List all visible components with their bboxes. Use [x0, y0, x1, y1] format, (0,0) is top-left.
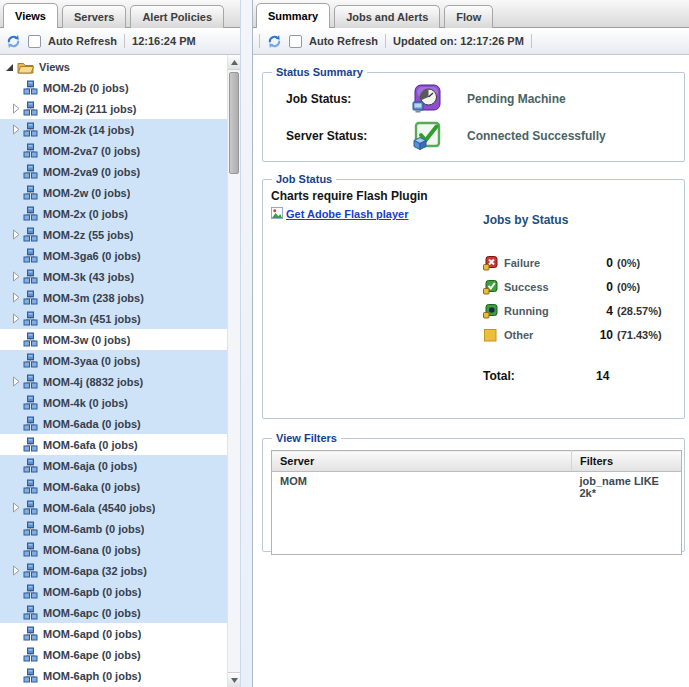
status-legend-row: Failure0(0%) — [483, 251, 676, 275]
tree-item[interactable]: MOM-3m (238 jobs) — [0, 287, 227, 308]
expand-arrow-icon[interactable] — [8, 565, 23, 576]
tree-item[interactable]: MOM-6apb (0 jobs) — [0, 581, 227, 602]
view-node-icon — [23, 563, 38, 578]
expand-arrow-icon[interactable] — [8, 124, 23, 135]
auto-refresh-checkbox[interactable] — [289, 35, 302, 48]
view-filters-row[interactable]: MOMjob_name LIKE 2k* — [272, 472, 682, 503]
tree-item[interactable]: MOM-2b (0 jobs) — [0, 77, 227, 98]
expand-arrow-icon[interactable] — [8, 292, 23, 303]
tree-item-label: MOM-6apc (0 jobs) — [43, 607, 141, 619]
tree-item[interactable]: MOM-6apd (0 jobs) — [0, 623, 227, 644]
tree-item-label: MOM-6ana (0 jobs) — [43, 544, 141, 556]
failure-status-icon — [483, 256, 498, 271]
tree-item[interactable]: MOM-4k (0 jobs) — [0, 392, 227, 413]
job-status-section: Job Status Charts require Flash Plugin — [262, 173, 685, 419]
scrollbar-thumb[interactable] — [229, 72, 239, 174]
tree-item-label: MOM-6ada (0 jobs) — [43, 418, 141, 430]
tree-item[interactable]: MOM-6aja (0 jobs) — [0, 455, 227, 476]
tree-item[interactable]: MOM-3ga6 (0 jobs) — [0, 245, 227, 266]
tree-item-label: MOM-3w (0 jobs) — [43, 334, 130, 346]
tree-item[interactable]: MOM-3n (451 jobs) — [0, 308, 227, 329]
tab-flow[interactable]: Flow — [444, 5, 493, 28]
tree-item[interactable]: MOM-6ada (0 jobs) — [0, 413, 227, 434]
tree-item[interactable]: MOM-2w (0 jobs) — [0, 182, 227, 203]
tree-item[interactable]: MOM-6aph (0 jobs) — [0, 665, 227, 686]
open-folder-icon — [17, 60, 34, 74]
auto-refresh-checkbox[interactable] — [28, 35, 41, 48]
view-filters-header-filters[interactable]: Filters — [572, 451, 682, 472]
status-percent: (0%) — [617, 281, 640, 293]
tree-item-label: MOM-4k (0 jobs) — [43, 397, 128, 409]
view-filters-header-server[interactable]: Server — [272, 451, 572, 472]
expand-arrow-icon[interactable] — [8, 103, 23, 114]
tree-item[interactable]: MOM-2x (0 jobs) — [0, 203, 227, 224]
view-node-icon — [23, 584, 38, 599]
tab-summary[interactable]: Summary — [256, 3, 330, 28]
expand-arrow-icon[interactable] — [8, 229, 23, 240]
tree-item[interactable]: MOM-4j (8832 jobs) — [0, 371, 227, 392]
tree-item[interactable]: MOM-6apa (32 jobs) — [0, 560, 227, 581]
tree-item[interactable]: MOM-2z (55 jobs) — [0, 224, 227, 245]
tree-item[interactable]: MOM-6ala (4540 jobs) — [0, 497, 227, 518]
view-node-icon — [23, 311, 38, 326]
view-node-icon — [23, 185, 38, 200]
view-node-icon — [23, 500, 38, 515]
tree-item[interactable]: MOM-2j (211 jobs) — [0, 98, 227, 119]
job-status-row: Job Status: Pending Ma — [271, 80, 676, 117]
scroll-up-icon[interactable] — [228, 55, 240, 70]
expand-arrow-icon[interactable] — [8, 313, 23, 324]
get-flash-player-link[interactable]: Get Adobe Flash player — [286, 208, 408, 220]
expand-arrow-icon[interactable] — [8, 271, 23, 282]
scroll-down-icon[interactable] — [228, 672, 240, 687]
status-legend-row: Other10(71.43%) — [483, 323, 676, 347]
tree-item-label: MOM-2va7 (0 jobs) — [43, 145, 140, 157]
tree-item-label: MOM-2j (211 jobs) — [43, 103, 137, 115]
refresh-icon[interactable] — [267, 34, 282, 49]
tree-item[interactable]: MOM-2va9 (0 jobs) — [0, 161, 227, 182]
view-node-icon — [23, 269, 38, 284]
view-node-icon — [23, 479, 38, 494]
expand-arrow-icon[interactable] — [8, 502, 23, 513]
view-node-icon — [23, 542, 38, 557]
success-status-icon — [483, 280, 498, 295]
tree-item[interactable]: MOM-6amb (0 jobs) — [0, 518, 227, 539]
tree-item[interactable]: MOM-2va7 (0 jobs) — [0, 140, 227, 161]
status-count: 0 — [596, 280, 613, 294]
tab-alert-policies[interactable]: Alert Policies — [130, 5, 224, 28]
view-node-icon — [23, 122, 38, 137]
tree-root-views[interactable]: Views — [0, 56, 227, 77]
tree-scrollbar[interactable] — [227, 55, 240, 687]
total-label: Total: — [483, 369, 596, 383]
tab-servers[interactable]: Servers — [62, 5, 126, 28]
view-filters-cell: MOM — [272, 472, 572, 503]
view-node-icon — [23, 353, 38, 368]
tree-item[interactable]: MOM-6ana (0 jobs) — [0, 539, 227, 560]
status-legend-label: Success — [504, 281, 596, 293]
tree-item-label: MOM-6amb (0 jobs) — [43, 523, 144, 535]
tree-item[interactable]: MOM-6afa (0 jobs) — [0, 434, 227, 455]
total-value: 14 — [596, 369, 609, 383]
tree-item[interactable]: MOM-6ape (0 jobs) — [0, 644, 227, 665]
expand-arrow-icon[interactable] — [8, 376, 23, 387]
status-legend-row: Success0(0%) — [483, 275, 676, 299]
tree-item[interactable]: MOM-6apc (0 jobs) — [0, 602, 227, 623]
refresh-icon[interactable] — [6, 34, 21, 49]
collapse-arrow-icon[interactable] — [2, 62, 17, 72]
tree-item[interactable]: MOM-2k (14 jobs) — [0, 119, 227, 140]
tree-item-label: MOM-6aja (0 jobs) — [43, 460, 137, 472]
view-node-icon — [23, 101, 38, 116]
tree-item[interactable]: MOM-3w (0 jobs) — [0, 329, 227, 350]
tree-item-label: MOM-6aph (0 jobs) — [43, 670, 141, 682]
tab-views[interactable]: Views — [3, 3, 58, 28]
tree-item[interactable]: MOM-6aka (0 jobs) — [0, 476, 227, 497]
tree-item[interactable]: MOM-3k (43 jobs) — [0, 266, 227, 287]
tab-jobs-and-alerts[interactable]: Jobs and Alerts — [334, 5, 440, 28]
broken-image-icon — [271, 205, 283, 223]
panel-splitter[interactable] — [240, 0, 252, 687]
tree-item[interactable]: MOM-3yaa (0 jobs) — [0, 350, 227, 371]
server-status-row: Server Status: Connected Successfully — [271, 117, 676, 154]
tree-item-label: MOM-3yaa (0 jobs) — [43, 355, 140, 367]
views-panel: Views Servers Alert Policies Auto Refres… — [0, 0, 240, 687]
auto-refresh-label: Auto Refresh — [48, 35, 117, 47]
toolbar-separator — [259, 34, 260, 48]
